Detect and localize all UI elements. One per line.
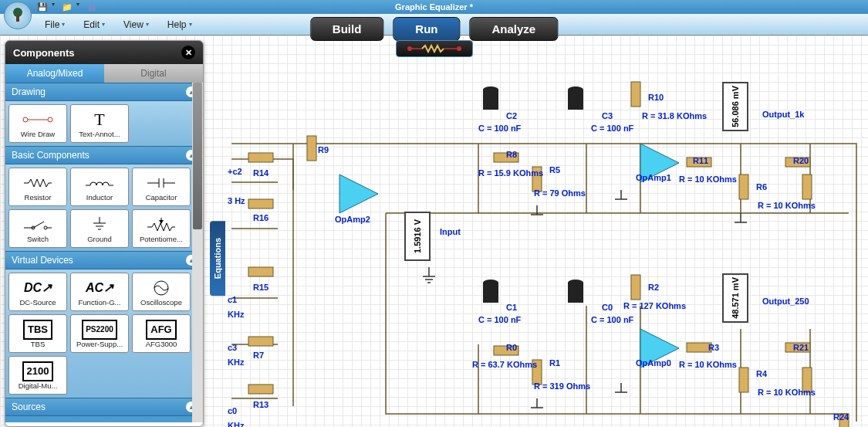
comp-tbs[interactable]: TBSTBS [8, 314, 67, 353]
label-R4: R4 [756, 369, 767, 378]
mode-tabs: Build Run Analyze [310, 17, 558, 41]
section-sources[interactable]: Sources ▲ [5, 398, 203, 416]
comp-dc-label: DC-Source [20, 298, 56, 307]
svg-rect-8 [248, 267, 273, 276]
save-dropdown[interactable]: ▾ [52, 1, 58, 13]
section-basic[interactable]: Basic Components ▲ [5, 146, 203, 164]
label-R9: R9 [318, 145, 329, 154]
menu-edit-label: Edit [83, 19, 100, 30]
label-R7: R7 [253, 351, 264, 360]
label-R10: R10 [648, 93, 664, 102]
label-R3: R3 [708, 343, 719, 352]
comp-wire-draw[interactable]: Wire Draw [8, 104, 67, 143]
comp-capacitor[interactable]: Capacitor [132, 168, 191, 206]
comp-switch-label: Switch [27, 235, 49, 243]
tab-build[interactable]: Build [310, 17, 384, 41]
menu-help[interactable]: Help▾ [160, 16, 200, 33]
window-title: Graphic Equalizer * [395, 2, 473, 12]
label-OpAmp0: OpAmp0 [636, 358, 671, 368]
comp-power-supply[interactable]: PS2200Power-Supp... [70, 314, 129, 353]
meter-input[interactable]: 1.5916 V [404, 212, 431, 261]
label-C0: C0 [602, 303, 613, 312]
svg-rect-16 [483, 90, 498, 110]
label-R8val: R = 15.9 KOhms [478, 168, 543, 178]
label-Output250: Output_250 [762, 297, 809, 306]
comp-potentiometer[interactable]: Potentiome... [132, 209, 191, 248]
comp-ground-label: Ground [87, 235, 112, 243]
label-C1: C1 [506, 303, 517, 312]
label-OpAmp1: OpAmp1 [636, 173, 671, 182]
label-R5val: R = 79 Ohms [534, 188, 586, 198]
comp-switch[interactable]: Switch [8, 209, 67, 248]
resistor-badge[interactable] [396, 40, 473, 57]
label-khz1: KHz [228, 310, 244, 319]
comp-ground[interactable]: Ground [70, 209, 129, 248]
label-R11: R11 [693, 156, 708, 165]
menu-edit[interactable]: Edit▾ [76, 16, 113, 33]
meter-1k[interactable]: 56.086 mV [722, 82, 748, 131]
section-drawing[interactable]: Drawing ▲ [5, 83, 203, 101]
label-R15: R15 [253, 283, 269, 292]
label-OpAmp2: OpAmp2 [335, 215, 370, 224]
comp-dc-source[interactable]: DC↗DC-Source [8, 273, 67, 311]
comp-capacitor-label: Capacitor [146, 193, 177, 202]
comp-dm-label: Digital-Mu... [19, 381, 58, 390]
svg-rect-20 [483, 283, 498, 303]
comp-tbs-label: TBS [31, 340, 45, 348]
label-R10val: R = 31.8 KOhms [642, 111, 707, 120]
label-R8: R8 [506, 150, 517, 159]
tab-run[interactable]: Run [393, 17, 460, 41]
svg-rect-7 [248, 199, 273, 208]
scrollbar-track[interactable] [192, 83, 203, 422]
label-C1val: C = 100 nF [478, 315, 521, 324]
open-icon[interactable]: 📁 [59, 1, 75, 13]
tab-digital[interactable]: Digital [104, 64, 203, 83]
label-R0: R0 [506, 343, 517, 352]
section-virtual[interactable]: Virtual Devices ▲ [5, 251, 203, 269]
label-Input: Input [440, 227, 461, 236]
label-R21: R21 [793, 343, 809, 352]
save-icon[interactable]: 💾 [35, 1, 50, 13]
open-dropdown[interactable]: ▾ [76, 1, 83, 13]
comp-text-annot[interactable]: TText-Annot... [70, 104, 129, 143]
comp-function-gen[interactable]: AC↗Function-G... [70, 273, 129, 311]
section-sources-label: Sources [12, 402, 46, 412]
comp-text-label: Text-Annot... [79, 130, 120, 138]
menu-file[interactable]: File▾ [37, 16, 73, 33]
svg-rect-9 [248, 337, 273, 346]
label-3hz: 3 Hz [228, 196, 245, 205]
label-R16: R16 [253, 213, 269, 222]
comp-pot-label: Potentiome... [140, 235, 183, 243]
label-C2: C2 [506, 111, 517, 120]
label-R5: R5 [549, 165, 560, 175]
svg-rect-28 [739, 368, 748, 392]
grid-icon[interactable]: ▦ [84, 1, 100, 13]
comp-inductor[interactable]: Inductor [70, 168, 129, 206]
comp-digital-multi[interactable]: 2100Digital-Mu... [8, 356, 67, 395]
section-virtual-label: Virtual Devices [12, 255, 73, 266]
menu-view[interactable]: View▾ [116, 16, 157, 33]
label-khz3: KHz [228, 421, 244, 427]
label-c1-pin: c1 [228, 295, 237, 304]
scrollbar-thumb[interactable] [193, 83, 202, 229]
titlebar: 💾▾ 📁▾ ▦ Graphic Equalizer * [0, 0, 868, 14]
comp-oscilloscope[interactable]: Oscilloscope [132, 273, 191, 311]
label-R1: R1 [549, 358, 560, 368]
menu-file-label: File [45, 19, 59, 30]
label-R0val: R = 63.7 KOhms [472, 360, 537, 369]
comp-resistor[interactable]: Resistor [8, 168, 67, 206]
tab-analyze[interactable]: Analyze [469, 17, 558, 41]
svg-rect-18 [568, 90, 583, 110]
close-icon[interactable]: ✕ [181, 46, 195, 59]
svg-point-2 [407, 46, 412, 51]
svg-rect-27 [739, 175, 748, 199]
comp-afg3000[interactable]: AFGAFG3000 [132, 314, 191, 353]
svg-rect-26 [631, 275, 640, 300]
label-R3val: R = 10 KOhms [679, 360, 737, 369]
label-Output1k: Output_1k [762, 110, 804, 119]
app-logo[interactable] [4, 2, 32, 29]
meter-250[interactable]: 48.571 mV [722, 273, 748, 323]
tab-equations[interactable]: Equations [210, 221, 225, 296]
tab-analog[interactable]: Analog/Mixed [5, 64, 104, 83]
label-C2val: C = 100 nF [478, 124, 521, 133]
